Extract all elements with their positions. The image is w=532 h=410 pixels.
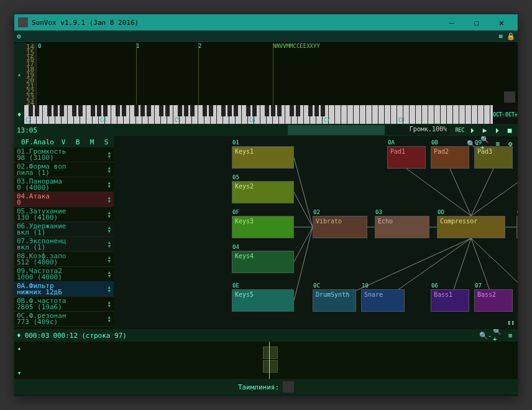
qr-icon[interactable] <box>504 91 515 103</box>
minimize-button[interactable]: — <box>439 18 464 27</box>
seq-pattern-block[interactable] <box>263 347 278 359</box>
top-toolbar: ⚙ ≡ 🔒 <box>14 30 518 43</box>
sequencer-area[interactable]: ▴ ▾ <box>14 342 518 379</box>
sequencer-grid[interactable] <box>27 342 518 379</box>
play-button[interactable]: ▶ <box>479 125 490 135</box>
piano-keys[interactable]: C3C4C5C6C7C8 <box>24 105 493 124</box>
module-keys3[interactable]: 0FKeys3 <box>232 216 294 238</box>
svg-line-9 <box>450 169 471 216</box>
seq-down-button[interactable]: ▾ <box>16 369 23 376</box>
module-bass2[interactable]: 07Bass2 <box>474 289 513 312</box>
octave-label: C3 <box>25 118 32 123</box>
module-keys4[interactable]: 04Keys4 <box>232 251 294 273</box>
param-slider[interactable]: 06.Удержаниевкл (1)▴▾ <box>14 222 114 237</box>
seq-up-button[interactable]: ▴ <box>16 344 23 352</box>
param-slider[interactable]: 0C.Ф.резонан773 (409c)▴▾ <box>14 312 114 327</box>
param-slider[interactable]: 01.Громкость98 (3100)▴▾ <box>14 147 114 162</box>
selected-module-name: 0F.Analo <box>21 138 54 146</box>
tracker-up-button[interactable]: ▴ <box>14 43 24 105</box>
col-b[interactable]: B <box>73 138 83 146</box>
volume-slider[interactable]: Громк.100% <box>288 125 449 135</box>
app-window: SunVox v1.9.1 (Jan 8 2016) — ☐ ✕ ⚙ ≡ 🔒 ▴… <box>14 14 518 396</box>
seq-pattern-block[interactable] <box>263 360 278 373</box>
svg-line-0 <box>294 157 313 227</box>
tracker-grid[interactable]: 0 1 2 NNVVMMCCEEXXYY <box>37 43 518 105</box>
levels-icon[interactable]: ⫾⫾ <box>508 319 515 327</box>
octave-label: C4 <box>100 118 106 123</box>
param-slider[interactable]: 08.Коэф.запо512 (4000)▴▾ <box>14 252 114 267</box>
param-slider[interactable]: 0A.Фильтрнижних 12дБ▴▾ <box>14 282 114 297</box>
maximize-button[interactable]: ☐ <box>464 18 489 27</box>
octave-label: C7 <box>324 118 330 123</box>
octave-down-button[interactable]: ♦ <box>14 105 24 124</box>
zoom-in-icon[interactable]: 🔍+ <box>480 139 490 149</box>
sequencer-header: ♦ 000:03 000:12 (строка 97) 🔍- 🔍+ ≡ <box>14 329 518 342</box>
module-compressor[interactable]: 0DCompressor <box>437 216 505 238</box>
window-title: SunVox v1.9.1 (Jan 8 2016) <box>32 19 439 27</box>
tracker-col-0: 0 <box>38 43 41 49</box>
svg-line-1 <box>294 192 313 227</box>
seq-line: (строка 97) <box>81 332 127 340</box>
mod-settings-icon[interactable]: ⚙ <box>505 139 515 149</box>
seq-zoom-out-icon[interactable]: 🔍- <box>480 330 490 340</box>
col-s[interactable]: S <box>101 138 111 146</box>
module-bass1[interactable]: 06Bass1 <box>431 289 469 312</box>
play2-button[interactable]: ⏵ <box>492 125 503 135</box>
module-keys2[interactable]: 05Keys2 <box>232 181 294 203</box>
param-slider[interactable]: 0B.Ф.частота2805 (19a6)▴▾ <box>14 297 114 312</box>
module-output[interactable]: 00Output <box>516 216 518 238</box>
module-drumsynth[interactable]: 0CDrumSynth <box>313 289 356 312</box>
svg-line-11 <box>471 169 518 216</box>
seq-time1: 000:03 <box>25 332 50 340</box>
titlebar[interactable]: SunVox v1.9.1 (Jan 8 2016) — ☐ ✕ <box>14 14 518 30</box>
svg-line-3 <box>294 227 313 262</box>
oct-plus-button[interactable]: OCT+ <box>505 112 518 118</box>
timeline-icon[interactable] <box>283 381 294 393</box>
module-vibrato[interactable]: 02Vibrato <box>313 216 367 238</box>
time-display: 13:05 <box>17 126 37 134</box>
seq-zoom-in-icon[interactable]: 🔍+ <box>493 330 503 340</box>
param-slider[interactable]: 04.Атака0▴▾ <box>14 192 114 207</box>
seq-nav-icon[interactable]: ♦ <box>17 332 21 340</box>
piano-keyboard[interactable]: ♦ C3C4C5C6C7C8 OCT- OCT+ <box>14 105 518 124</box>
param-slider[interactable]: 07.Экспоненцвкл (1)▴▾ <box>14 237 114 252</box>
octave-label: C8 <box>398 118 405 123</box>
module-echo[interactable]: 03Echo <box>375 216 429 238</box>
module-canvas[interactable]: 01Keys105Keys20FKeys304Keys40EKeys502Vib… <box>114 136 518 329</box>
menu-icon[interactable]: ⚙ <box>17 32 21 40</box>
play-start-button[interactable]: ⏵ <box>467 125 478 135</box>
hamburger-icon[interactable]: ≡ <box>498 32 503 40</box>
param-slider[interactable]: 03.Панорама0 (4000)▴▾ <box>14 177 114 192</box>
module-keys5[interactable]: 0EKeys5 <box>232 289 294 312</box>
main-area: 0F.Analo V B M S 01.Громкость98 (3100)▴▾… <box>14 136 518 329</box>
zoom-out-icon[interactable]: 🔍- <box>468 139 478 149</box>
sidebar-header: 0F.Analo V B M S <box>14 136 114 147</box>
svg-line-4 <box>294 227 313 301</box>
transport-bar: 13:05 Громк.100% REC ⏵ ▶ ⏵ ■ <box>14 124 518 136</box>
oct-minus-button[interactable]: OCT- <box>493 112 505 118</box>
svg-line-10 <box>471 169 493 216</box>
col-v[interactable]: V <box>58 138 68 146</box>
octave-label: C6 <box>249 118 255 123</box>
octave-label: C5 <box>175 118 181 123</box>
module-pad2[interactable]: 0BPad2 <box>431 146 469 169</box>
close-button[interactable]: ✕ <box>489 18 514 27</box>
seq-menu-icon[interactable]: ≡ <box>505 330 515 340</box>
tracker-row-numbers: 1415161718192021222324 <box>24 43 37 105</box>
col-m[interactable]: M <box>87 138 97 146</box>
module-pad1[interactable]: 0APad1 <box>387 146 426 169</box>
parameter-sidebar: 0F.Analo V B M S 01.Громкость98 (3100)▴▾… <box>14 136 114 329</box>
mod-menu-icon[interactable]: ≡ <box>493 139 503 149</box>
param-slider[interactable]: 02.Форма волпила (1)▴▾ <box>14 162 114 177</box>
param-slider[interactable]: 09.Частота21000 (4000)▴▾ <box>14 267 114 282</box>
tracker-col-extra: NNVVMMCCEEXXYY <box>273 43 320 49</box>
playhead[interactable] <box>269 342 270 379</box>
rec-button[interactable]: REC <box>454 125 466 135</box>
pattern-tracker[interactable]: ▴ 1415161718192021222324 0 1 2 NNVVMMCCE… <box>14 43 518 105</box>
stop-button[interactable]: ■ <box>504 125 515 135</box>
lock-icon[interactable]: 🔒 <box>507 32 515 40</box>
param-slider[interactable]: 05.Затухание130 (4100)▴▾ <box>14 207 114 222</box>
module-keys1[interactable]: 01Keys1 <box>232 146 294 169</box>
volume-label: Громк.100% <box>410 126 447 133</box>
module-snare[interactable]: 10Snare <box>361 289 405 312</box>
